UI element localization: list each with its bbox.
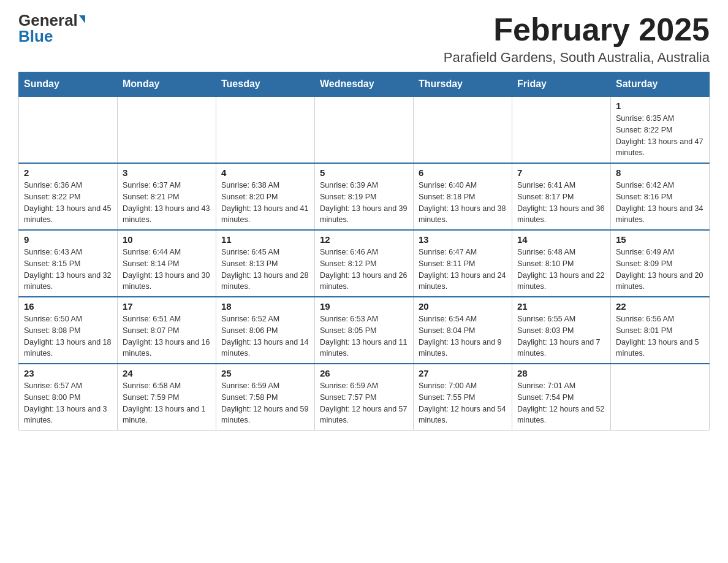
day-number: 20 xyxy=(419,301,507,312)
col-saturday: Saturday xyxy=(611,72,710,97)
day-number: 18 xyxy=(221,301,309,312)
day-info: Sunrise: 6:48 AMSunset: 8:10 PMDaylight:… xyxy=(517,247,605,293)
day-number: 15 xyxy=(616,234,704,245)
calendar-cell: 24Sunrise: 6:58 AMSunset: 7:59 PMDayligh… xyxy=(118,364,216,431)
calendar-week-row: 23Sunrise: 6:57 AMSunset: 8:00 PMDayligh… xyxy=(19,364,710,431)
day-number: 21 xyxy=(517,301,605,312)
calendar-cell: 20Sunrise: 6:54 AMSunset: 8:04 PMDayligh… xyxy=(414,297,512,364)
calendar-cell xyxy=(512,96,611,163)
logo-general-text: General xyxy=(18,12,78,28)
day-number: 24 xyxy=(123,368,211,378)
calendar-week-row: 1Sunrise: 6:35 AMSunset: 8:22 PMDaylight… xyxy=(19,96,710,163)
calendar-table: Sunday Monday Tuesday Wednesday Thursday… xyxy=(18,72,710,431)
day-info: Sunrise: 6:49 AMSunset: 8:09 PMDaylight:… xyxy=(616,247,704,293)
calendar-cell: 15Sunrise: 6:49 AMSunset: 8:09 PMDayligh… xyxy=(611,230,710,297)
calendar-week-row: 9Sunrise: 6:43 AMSunset: 8:15 PMDaylight… xyxy=(19,230,710,297)
calendar-cell: 4Sunrise: 6:38 AMSunset: 8:20 PMDaylight… xyxy=(216,163,315,230)
calendar-cell: 27Sunrise: 7:00 AMSunset: 7:55 PMDayligh… xyxy=(414,364,512,431)
day-info: Sunrise: 6:38 AMSunset: 8:20 PMDaylight:… xyxy=(221,180,309,226)
day-info: Sunrise: 6:39 AMSunset: 8:19 PMDaylight:… xyxy=(320,180,408,226)
day-info: Sunrise: 6:45 AMSunset: 8:13 PMDaylight:… xyxy=(221,247,309,293)
day-number: 1 xyxy=(616,101,704,111)
day-info: Sunrise: 6:55 AMSunset: 8:03 PMDaylight:… xyxy=(517,313,605,359)
calendar-cell: 10Sunrise: 6:44 AMSunset: 8:14 PMDayligh… xyxy=(118,230,216,297)
day-number: 26 xyxy=(320,368,408,378)
day-number: 5 xyxy=(320,167,408,178)
day-info: Sunrise: 6:36 AMSunset: 8:22 PMDaylight:… xyxy=(24,180,112,226)
calendar-cell: 13Sunrise: 6:47 AMSunset: 8:11 PMDayligh… xyxy=(414,230,512,297)
day-number: 23 xyxy=(24,368,112,378)
day-number: 13 xyxy=(419,234,507,245)
day-info: Sunrise: 7:01 AMSunset: 7:54 PMDaylight:… xyxy=(517,380,605,426)
calendar-cell: 3Sunrise: 6:37 AMSunset: 8:21 PMDaylight… xyxy=(118,163,216,230)
day-info: Sunrise: 6:58 AMSunset: 7:59 PMDaylight:… xyxy=(123,380,211,426)
calendar-week-row: 2Sunrise: 6:36 AMSunset: 8:22 PMDaylight… xyxy=(19,163,710,230)
page-header: General Blue February 2025 Parafield Gar… xyxy=(18,12,710,66)
day-number: 22 xyxy=(616,301,704,312)
day-number: 10 xyxy=(123,234,211,245)
calendar-cell: 5Sunrise: 6:39 AMSunset: 8:19 PMDaylight… xyxy=(315,163,414,230)
calendar-cell: 8Sunrise: 6:42 AMSunset: 8:16 PMDaylight… xyxy=(611,163,710,230)
page-title: February 2025 xyxy=(444,12,710,47)
day-number: 17 xyxy=(123,301,211,312)
day-info: Sunrise: 6:59 AMSunset: 7:58 PMDaylight:… xyxy=(221,380,309,426)
day-info: Sunrise: 6:53 AMSunset: 8:05 PMDaylight:… xyxy=(320,313,408,359)
col-wednesday: Wednesday xyxy=(315,72,414,97)
day-number: 19 xyxy=(320,301,408,312)
calendar-cell: 12Sunrise: 6:46 AMSunset: 8:12 PMDayligh… xyxy=(315,230,414,297)
day-info: Sunrise: 6:40 AMSunset: 8:18 PMDaylight:… xyxy=(419,180,507,226)
calendar-cell: 1Sunrise: 6:35 AMSunset: 8:22 PMDaylight… xyxy=(611,96,710,163)
calendar-cell: 7Sunrise: 6:41 AMSunset: 8:17 PMDaylight… xyxy=(512,163,611,230)
logo: General Blue xyxy=(18,12,85,44)
col-sunday: Sunday xyxy=(19,72,118,97)
logo-blue-text: Blue xyxy=(18,28,53,44)
day-number: 16 xyxy=(24,301,112,312)
day-info: Sunrise: 6:43 AMSunset: 8:15 PMDaylight:… xyxy=(24,247,112,293)
day-info: Sunrise: 6:52 AMSunset: 8:06 PMDaylight:… xyxy=(221,313,309,359)
day-number: 4 xyxy=(221,167,309,178)
calendar-cell: 14Sunrise: 6:48 AMSunset: 8:10 PMDayligh… xyxy=(512,230,611,297)
calendar-cell: 6Sunrise: 6:40 AMSunset: 8:18 PMDaylight… xyxy=(414,163,512,230)
col-thursday: Thursday xyxy=(414,72,512,97)
day-number: 2 xyxy=(24,167,112,178)
day-info: Sunrise: 6:42 AMSunset: 8:16 PMDaylight:… xyxy=(616,180,704,226)
day-info: Sunrise: 6:57 AMSunset: 8:00 PMDaylight:… xyxy=(24,380,112,426)
calendar-cell: 9Sunrise: 6:43 AMSunset: 8:15 PMDaylight… xyxy=(19,230,118,297)
day-number: 14 xyxy=(517,234,605,245)
col-tuesday: Tuesday xyxy=(216,72,315,97)
calendar-cell: 22Sunrise: 6:56 AMSunset: 8:01 PMDayligh… xyxy=(611,297,710,364)
day-info: Sunrise: 6:44 AMSunset: 8:14 PMDaylight:… xyxy=(123,247,211,293)
calendar-cell: 25Sunrise: 6:59 AMSunset: 7:58 PMDayligh… xyxy=(216,364,315,431)
calendar-cell: 26Sunrise: 6:59 AMSunset: 7:57 PMDayligh… xyxy=(315,364,414,431)
calendar-cell: 23Sunrise: 6:57 AMSunset: 8:00 PMDayligh… xyxy=(19,364,118,431)
calendar-cell xyxy=(216,96,315,163)
day-number: 28 xyxy=(517,368,605,378)
day-info: Sunrise: 6:59 AMSunset: 7:57 PMDaylight:… xyxy=(320,380,408,426)
page-subtitle: Parafield Gardens, South Australia, Aust… xyxy=(444,50,710,66)
day-number: 12 xyxy=(320,234,408,245)
calendar-cell: 11Sunrise: 6:45 AMSunset: 8:13 PMDayligh… xyxy=(216,230,315,297)
calendar-cell: 28Sunrise: 7:01 AMSunset: 7:54 PMDayligh… xyxy=(512,364,611,431)
calendar-cell: 2Sunrise: 6:36 AMSunset: 8:22 PMDaylight… xyxy=(19,163,118,230)
day-info: Sunrise: 6:47 AMSunset: 8:11 PMDaylight:… xyxy=(419,247,507,293)
calendar-week-row: 16Sunrise: 6:50 AMSunset: 8:08 PMDayligh… xyxy=(19,297,710,364)
col-monday: Monday xyxy=(118,72,216,97)
day-info: Sunrise: 6:56 AMSunset: 8:01 PMDaylight:… xyxy=(616,313,704,359)
calendar-cell xyxy=(19,96,118,163)
calendar-cell xyxy=(611,364,710,431)
title-block: February 2025 Parafield Gardens, South A… xyxy=(444,12,710,66)
col-friday: Friday xyxy=(512,72,611,97)
calendar-cell xyxy=(118,96,216,163)
calendar-cell xyxy=(315,96,414,163)
day-info: Sunrise: 6:35 AMSunset: 8:22 PMDaylight:… xyxy=(616,113,704,159)
day-info: Sunrise: 7:00 AMSunset: 7:55 PMDaylight:… xyxy=(419,380,507,426)
day-number: 7 xyxy=(517,167,605,178)
calendar-cell: 16Sunrise: 6:50 AMSunset: 8:08 PMDayligh… xyxy=(19,297,118,364)
calendar-header-row: Sunday Monday Tuesday Wednesday Thursday… xyxy=(19,72,710,97)
calendar-cell: 19Sunrise: 6:53 AMSunset: 8:05 PMDayligh… xyxy=(315,297,414,364)
day-info: Sunrise: 6:41 AMSunset: 8:17 PMDaylight:… xyxy=(517,180,605,226)
day-info: Sunrise: 6:46 AMSunset: 8:12 PMDaylight:… xyxy=(320,247,408,293)
day-number: 6 xyxy=(419,167,507,178)
calendar-cell: 21Sunrise: 6:55 AMSunset: 8:03 PMDayligh… xyxy=(512,297,611,364)
calendar-cell: 17Sunrise: 6:51 AMSunset: 8:07 PMDayligh… xyxy=(118,297,216,364)
